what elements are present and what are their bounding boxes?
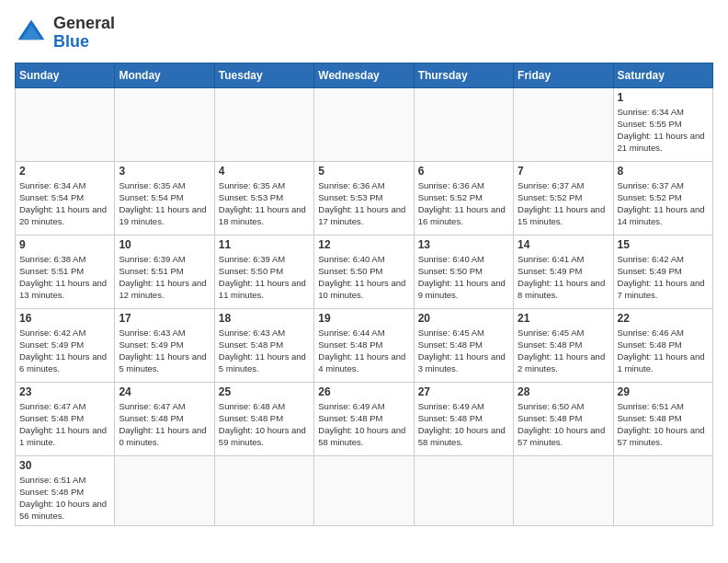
day-number: 27 bbox=[418, 385, 509, 398]
calendar-header-friday: Friday bbox=[514, 63, 613, 87]
day-info: Sunrise: 6:38 AM Sunset: 5:51 PM Dayligh… bbox=[19, 253, 110, 302]
day-info: Sunrise: 6:39 AM Sunset: 5:51 PM Dayligh… bbox=[119, 253, 210, 302]
calendar-cell: 26Sunrise: 6:49 AM Sunset: 5:48 PM Dayli… bbox=[314, 382, 414, 455]
day-number: 7 bbox=[518, 165, 609, 178]
day-info: Sunrise: 6:49 AM Sunset: 5:48 PM Dayligh… bbox=[318, 400, 409, 449]
day-info: Sunrise: 6:45 AM Sunset: 5:48 PM Dayligh… bbox=[518, 327, 609, 375]
day-number: 5 bbox=[318, 165, 409, 178]
calendar-cell bbox=[514, 455, 613, 525]
calendar-header-sunday: Sunday bbox=[16, 63, 115, 87]
day-number: 15 bbox=[618, 238, 709, 251]
calendar-header-tuesday: Tuesday bbox=[214, 63, 313, 87]
calendar-cell: 13Sunrise: 6:40 AM Sunset: 5:50 PM Dayli… bbox=[414, 235, 513, 308]
calendar-header-wednesday: Wednesday bbox=[314, 63, 414, 87]
calendar-week-row: 9Sunrise: 6:38 AM Sunset: 5:51 PM Daylig… bbox=[16, 235, 713, 308]
day-info: Sunrise: 6:42 AM Sunset: 5:49 PM Dayligh… bbox=[618, 253, 709, 302]
day-info: Sunrise: 6:45 AM Sunset: 5:48 PM Dayligh… bbox=[418, 327, 509, 375]
day-number: 20 bbox=[418, 312, 509, 325]
day-info: Sunrise: 6:47 AM Sunset: 5:48 PM Dayligh… bbox=[119, 400, 210, 449]
calendar-week-row: 2Sunrise: 6:34 AM Sunset: 5:54 PM Daylig… bbox=[16, 161, 713, 235]
day-info: Sunrise: 6:47 AM Sunset: 5:48 PM Dayligh… bbox=[19, 400, 110, 449]
calendar-cell bbox=[314, 87, 414, 161]
calendar-cell bbox=[16, 87, 115, 161]
day-number: 23 bbox=[19, 385, 110, 398]
logo-icon bbox=[15, 17, 48, 50]
day-number: 24 bbox=[119, 385, 210, 398]
calendar-cell bbox=[514, 87, 613, 161]
day-info: Sunrise: 6:35 AM Sunset: 5:54 PM Dayligh… bbox=[119, 179, 210, 228]
calendar-cell bbox=[115, 455, 214, 525]
calendar-header-row: SundayMondayTuesdayWednesdayThursdayFrid… bbox=[16, 63, 713, 87]
calendar-cell bbox=[414, 455, 513, 525]
day-info: Sunrise: 6:49 AM Sunset: 5:48 PM Dayligh… bbox=[418, 400, 509, 449]
day-number: 13 bbox=[418, 238, 509, 251]
day-number: 19 bbox=[318, 312, 409, 325]
day-number: 6 bbox=[418, 165, 509, 178]
day-info: Sunrise: 6:40 AM Sunset: 5:50 PM Dayligh… bbox=[418, 253, 509, 302]
calendar-cell bbox=[115, 87, 214, 161]
day-number: 25 bbox=[219, 385, 310, 398]
day-info: Sunrise: 6:40 AM Sunset: 5:50 PM Dayligh… bbox=[318, 253, 409, 302]
calendar-week-row: 30Sunrise: 6:51 AM Sunset: 5:48 PM Dayli… bbox=[16, 455, 713, 525]
day-info: Sunrise: 6:46 AM Sunset: 5:48 PM Dayligh… bbox=[618, 327, 709, 375]
calendar-cell: 18Sunrise: 6:43 AM Sunset: 5:48 PM Dayli… bbox=[214, 308, 313, 382]
calendar-cell: 20Sunrise: 6:45 AM Sunset: 5:48 PM Dayli… bbox=[414, 308, 513, 382]
calendar-cell: 17Sunrise: 6:43 AM Sunset: 5:49 PM Dayli… bbox=[115, 308, 214, 382]
calendar-cell: 5Sunrise: 6:36 AM Sunset: 5:53 PM Daylig… bbox=[314, 161, 414, 235]
day-info: Sunrise: 6:35 AM Sunset: 5:53 PM Dayligh… bbox=[219, 179, 310, 228]
calendar-cell: 23Sunrise: 6:47 AM Sunset: 5:48 PM Dayli… bbox=[16, 382, 115, 455]
day-number: 21 bbox=[518, 312, 609, 325]
day-number: 2 bbox=[19, 165, 110, 178]
day-number: 8 bbox=[618, 165, 709, 178]
calendar-cell: 6Sunrise: 6:36 AM Sunset: 5:52 PM Daylig… bbox=[414, 161, 513, 235]
day-number: 12 bbox=[318, 238, 409, 251]
calendar-cell: 29Sunrise: 6:51 AM Sunset: 5:48 PM Dayli… bbox=[613, 382, 712, 455]
calendar-cell: 28Sunrise: 6:50 AM Sunset: 5:48 PM Dayli… bbox=[514, 382, 613, 455]
calendar-cell: 7Sunrise: 6:37 AM Sunset: 5:52 PM Daylig… bbox=[514, 161, 613, 235]
calendar-cell: 16Sunrise: 6:42 AM Sunset: 5:49 PM Dayli… bbox=[16, 308, 115, 382]
calendar-cell: 11Sunrise: 6:39 AM Sunset: 5:50 PM Dayli… bbox=[214, 235, 313, 308]
calendar-cell bbox=[314, 455, 414, 525]
calendar-cell: 3Sunrise: 6:35 AM Sunset: 5:54 PM Daylig… bbox=[115, 161, 214, 235]
logo-text: GeneralBlue bbox=[53, 15, 115, 52]
day-info: Sunrise: 6:36 AM Sunset: 5:53 PM Dayligh… bbox=[318, 179, 409, 228]
calendar-cell: 14Sunrise: 6:41 AM Sunset: 5:49 PM Dayli… bbox=[514, 235, 613, 308]
day-info: Sunrise: 6:51 AM Sunset: 5:48 PM Dayligh… bbox=[618, 400, 709, 449]
day-number: 26 bbox=[318, 385, 409, 398]
day-info: Sunrise: 6:41 AM Sunset: 5:49 PM Dayligh… bbox=[518, 253, 609, 302]
day-info: Sunrise: 6:43 AM Sunset: 5:49 PM Dayligh… bbox=[119, 327, 210, 375]
day-number: 29 bbox=[618, 385, 709, 398]
day-number: 22 bbox=[618, 312, 709, 325]
day-number: 18 bbox=[219, 312, 310, 325]
calendar-cell bbox=[613, 455, 712, 525]
day-number: 16 bbox=[19, 312, 110, 325]
day-number: 30 bbox=[19, 459, 110, 472]
calendar-cell: 21Sunrise: 6:45 AM Sunset: 5:48 PM Dayli… bbox=[514, 308, 613, 382]
page-header: GeneralBlue bbox=[15, 15, 713, 52]
day-number: 14 bbox=[518, 238, 609, 251]
calendar-cell: 25Sunrise: 6:48 AM Sunset: 5:48 PM Dayli… bbox=[214, 382, 313, 455]
calendar-week-row: 23Sunrise: 6:47 AM Sunset: 5:48 PM Dayli… bbox=[16, 382, 713, 455]
logo: GeneralBlue bbox=[15, 15, 115, 52]
day-number: 9 bbox=[19, 238, 110, 251]
calendar-cell: 15Sunrise: 6:42 AM Sunset: 5:49 PM Dayli… bbox=[613, 235, 712, 308]
calendar-cell: 24Sunrise: 6:47 AM Sunset: 5:48 PM Dayli… bbox=[115, 382, 214, 455]
calendar-cell: 2Sunrise: 6:34 AM Sunset: 5:54 PM Daylig… bbox=[16, 161, 115, 235]
day-number: 11 bbox=[219, 238, 310, 251]
calendar-cell: 8Sunrise: 6:37 AM Sunset: 5:52 PM Daylig… bbox=[613, 161, 712, 235]
day-info: Sunrise: 6:51 AM Sunset: 5:48 PM Dayligh… bbox=[19, 474, 110, 523]
calendar-header-monday: Monday bbox=[115, 63, 214, 87]
calendar-cell bbox=[214, 87, 313, 161]
day-info: Sunrise: 6:44 AM Sunset: 5:48 PM Dayligh… bbox=[318, 327, 409, 375]
day-info: Sunrise: 6:37 AM Sunset: 5:52 PM Dayligh… bbox=[618, 179, 709, 228]
calendar-cell bbox=[214, 455, 313, 525]
day-info: Sunrise: 6:43 AM Sunset: 5:48 PM Dayligh… bbox=[219, 327, 310, 375]
day-number: 10 bbox=[119, 238, 210, 251]
calendar-cell: 1Sunrise: 6:34 AM Sunset: 5:55 PM Daylig… bbox=[613, 87, 712, 161]
calendar-cell: 22Sunrise: 6:46 AM Sunset: 5:48 PM Dayli… bbox=[613, 308, 712, 382]
calendar-cell: 9Sunrise: 6:38 AM Sunset: 5:51 PM Daylig… bbox=[16, 235, 115, 308]
day-number: 4 bbox=[219, 165, 310, 178]
calendar-header-thursday: Thursday bbox=[414, 63, 513, 87]
day-number: 3 bbox=[119, 165, 210, 178]
calendar-cell bbox=[414, 87, 513, 161]
